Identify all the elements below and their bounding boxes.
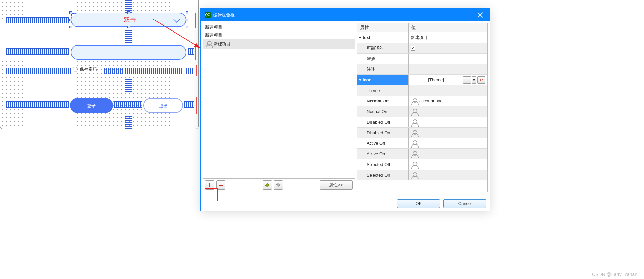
selection-handle[interactable] bbox=[127, 11, 130, 14]
prop-name: Selected On bbox=[367, 173, 390, 178]
person-icon bbox=[411, 129, 418, 137]
prop-row-translatable[interactable]: 可翻译的 ✓ bbox=[357, 43, 487, 54]
spacer-icon bbox=[184, 101, 194, 108]
prop-value: account.png bbox=[419, 99, 443, 103]
dropdown-button[interactable]: ▾ bbox=[472, 76, 476, 84]
prop-row-selected-off[interactable]: Selected Off bbox=[357, 159, 487, 170]
prop-name: text bbox=[363, 35, 370, 40]
prop-row-comment[interactable]: 注释 bbox=[357, 64, 487, 75]
remove-item-button[interactable] bbox=[216, 180, 225, 190]
list-item[interactable]: 新建项目 bbox=[203, 31, 355, 39]
spacer-icon bbox=[6, 68, 71, 74]
save-password-checkbox[interactable]: 保存密码 bbox=[73, 66, 97, 72]
spacer-icon bbox=[6, 101, 69, 108]
dialog-titlebar[interactable]: QC 编辑组合框 bbox=[201, 9, 490, 21]
checkbox-label: 保存密码 bbox=[80, 66, 97, 72]
person-icon bbox=[411, 172, 418, 179]
prop-row-disabled-on[interactable]: Disabled On bbox=[357, 128, 487, 138]
chevron-down-icon bbox=[173, 16, 180, 23]
login-label: 登录 bbox=[87, 103, 96, 108]
properties-toggle-button[interactable]: 属性>> bbox=[320, 180, 353, 190]
selection-handle[interactable] bbox=[127, 26, 130, 28]
spacer-icon bbox=[104, 68, 182, 74]
selection-handle[interactable] bbox=[186, 11, 188, 14]
person-icon bbox=[411, 161, 418, 168]
prop-row-active-off[interactable]: Active Off bbox=[357, 138, 487, 149]
person-icon bbox=[411, 108, 418, 115]
prop-name: Disabled On bbox=[367, 130, 390, 135]
cancel-label: Cancel bbox=[458, 201, 471, 206]
prop-name: Active Off bbox=[367, 141, 385, 146]
ok-label: OK bbox=[416, 201, 422, 206]
spacer-icon bbox=[188, 48, 194, 55]
spacer-icon bbox=[186, 68, 193, 74]
selection-handle[interactable] bbox=[186, 19, 188, 21]
prop-name: Disabled Off bbox=[367, 120, 390, 125]
header-property: 属性 bbox=[357, 23, 409, 32]
reset-button[interactable]: ↩ bbox=[477, 76, 485, 84]
spacer-icon bbox=[114, 101, 142, 108]
qt-creator-icon: QC bbox=[205, 12, 211, 18]
selection-handle[interactable] bbox=[69, 11, 72, 14]
move-up-button[interactable] bbox=[263, 180, 272, 190]
prop-row-active-on[interactable]: Active On bbox=[357, 149, 487, 159]
spacer-icon bbox=[125, 78, 132, 92]
ok-button[interactable]: OK bbox=[397, 199, 440, 208]
combobox-1[interactable]: 双击 bbox=[71, 13, 186, 27]
prop-name: 注释 bbox=[367, 66, 375, 72]
list-item[interactable]: 新建项目 bbox=[203, 39, 355, 49]
prop-row-normal-on[interactable]: Normal On bbox=[357, 106, 487, 117]
person-icon bbox=[411, 140, 418, 147]
login-button[interactable]: 登录 bbox=[70, 98, 113, 113]
prop-row-theme[interactable]: Theme bbox=[357, 85, 487, 96]
combobox-2[interactable] bbox=[71, 45, 186, 60]
prop-row-selected-on[interactable]: Selected On bbox=[357, 170, 487, 180]
prop-row-icon[interactable]: ▾icon [Theme] ... ▾ ↩ bbox=[357, 75, 487, 85]
move-down-button[interactable] bbox=[274, 180, 283, 190]
person-icon bbox=[411, 150, 418, 158]
spacer-icon bbox=[125, 29, 132, 43]
watermark: CSDN @Larry_Yanan bbox=[592, 272, 637, 277]
collapse-icon[interactable]: ▾ bbox=[357, 35, 363, 40]
property-panel: 属性 值 ▾text 新建项目 可翻译的 ✓ 澄清 注释 bbox=[357, 23, 488, 192]
selection-handle[interactable] bbox=[69, 26, 72, 28]
list-item-label: 新建项目 bbox=[205, 32, 353, 38]
prop-name: Selected Off bbox=[367, 162, 390, 167]
prop-row-disambig[interactable]: 澄清 bbox=[357, 54, 487, 64]
properties-button-label: 属性>> bbox=[329, 182, 343, 188]
item-list-panel: 新建项目 新建项目 新建项目 bbox=[203, 23, 355, 192]
spacer-icon bbox=[6, 17, 69, 23]
arrow-down-icon bbox=[276, 183, 281, 187]
selection-handle[interactable] bbox=[69, 19, 72, 21]
collapse-icon[interactable]: ▾ bbox=[357, 77, 363, 82]
svg-rect-3 bbox=[219, 185, 223, 186]
add-item-button[interactable] bbox=[205, 180, 214, 190]
exit-button[interactable]: 退出 bbox=[143, 98, 183, 113]
list-item[interactable]: 新建项目 bbox=[203, 23, 355, 31]
prop-name: Active On bbox=[367, 151, 385, 156]
dialog-button-bar: OK Cancel bbox=[201, 196, 490, 211]
prop-name: icon bbox=[363, 77, 372, 82]
close-icon[interactable] bbox=[475, 10, 486, 20]
prop-value[interactable]: 新建项目 bbox=[411, 35, 428, 41]
cancel-button[interactable]: Cancel bbox=[443, 199, 486, 208]
selection-handle[interactable] bbox=[186, 26, 188, 28]
prop-row-disabled-off[interactable]: Disabled Off bbox=[357, 117, 487, 128]
designer-canvas: 双击 保存密码 登录 退出 bbox=[0, 0, 199, 129]
prop-row-text[interactable]: ▾text 新建项目 bbox=[357, 32, 487, 43]
item-list-toolbar: 属性>> bbox=[203, 178, 355, 192]
exit-label: 退出 bbox=[159, 103, 168, 108]
prop-name: 澄清 bbox=[367, 56, 375, 62]
prop-name: 可翻译的 bbox=[367, 45, 384, 51]
browse-button[interactable]: ... bbox=[463, 76, 471, 84]
spacer-icon bbox=[125, 115, 132, 129]
prop-name: Normal Off bbox=[367, 99, 389, 103]
person-icon bbox=[205, 40, 212, 48]
list-item-label: 新建项目 bbox=[205, 24, 353, 30]
dialog-title: 编辑组合框 bbox=[213, 12, 235, 18]
minus-icon bbox=[218, 182, 223, 188]
spacer-icon bbox=[6, 48, 69, 55]
checkbox-icon[interactable]: ✓ bbox=[411, 46, 415, 51]
list-item-label: 新建项目 bbox=[214, 41, 353, 47]
prop-row-normal-off[interactable]: Normal Off account.png bbox=[357, 96, 487, 106]
